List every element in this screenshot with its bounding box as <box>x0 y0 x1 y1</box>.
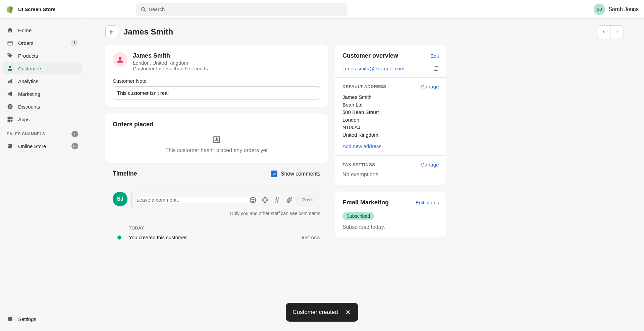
sidebar-item-home[interactable]: Home <box>3 24 82 36</box>
products-icon <box>7 52 13 59</box>
sidebar-item-online-store[interactable]: Online Store <box>3 140 82 152</box>
close-icon[interactable] <box>345 309 352 316</box>
page-title: James Smith <box>123 27 173 37</box>
svg-rect-12 <box>10 117 13 119</box>
topbar: UI Screen Store SJ Sarah Jonas <box>0 0 644 19</box>
clipboard-icon[interactable] <box>433 65 439 71</box>
customers-icon <box>7 65 13 72</box>
sidebar-item-settings[interactable]: Settings <box>3 313 82 325</box>
toast-message: Customer created <box>292 309 338 316</box>
timeline-dot-icon <box>117 236 121 240</box>
timeline-title: Timeline <box>113 170 137 177</box>
sidebar-item-label: Home <box>18 27 32 33</box>
sidebar-item-label: Customers <box>18 66 43 71</box>
edit-status-link[interactable]: Edit status <box>416 200 439 205</box>
user-avatar: SJ <box>594 4 605 15</box>
manage-address-link[interactable]: Manage <box>420 84 439 89</box>
search-input[interactable] <box>149 6 343 12</box>
search-bar[interactable] <box>136 3 347 16</box>
sidebar-item-marketing[interactable]: Marketing <box>3 88 82 100</box>
timeline-section: Timeline Show comments SJ <box>105 170 328 240</box>
note-input[interactable] <box>113 86 320 100</box>
analytics-icon <box>7 78 13 84</box>
pager <box>597 25 624 38</box>
orders-icon <box>7 40 13 46</box>
svg-rect-13 <box>8 120 10 122</box>
comment-box[interactable]: Post <box>131 192 320 208</box>
comment-input[interactable] <box>137 197 249 203</box>
mention-icon[interactable] <box>261 196 269 204</box>
svg-rect-7 <box>11 79 12 83</box>
orders-card: Orders placed This customer hasn't place… <box>105 114 328 163</box>
svg-point-17 <box>250 197 256 203</box>
svg-point-3 <box>8 54 9 55</box>
sidebar-item-analytics[interactable]: Analytics <box>3 75 82 87</box>
svg-point-19 <box>254 199 254 200</box>
main-content: James Smith James Smith London, United <box>85 19 644 331</box>
sidebar-item-label: Online Store <box>18 143 46 149</box>
tax-text: No exemptions <box>342 172 439 178</box>
sidebar-item-label: Analytics <box>18 78 38 84</box>
svg-point-14 <box>74 146 75 147</box>
apps-icon <box>7 116 13 123</box>
edit-overview-link[interactable]: Edit <box>430 53 439 59</box>
svg-point-16 <box>119 57 122 60</box>
address-block: James Smith Bean Ltd 508 Bean Street Lon… <box>342 93 439 139</box>
comment-hint: Only you and other staff can see comment… <box>131 211 320 216</box>
svg-rect-5 <box>8 81 9 83</box>
svg-line-1 <box>144 10 145 11</box>
manage-tax-link[interactable]: Manage <box>420 162 439 168</box>
view-store-button[interactable] <box>71 143 78 149</box>
post-button[interactable]: Post <box>296 194 318 206</box>
add-address-link[interactable]: Add new address <box>342 143 381 149</box>
back-button[interactable] <box>105 25 118 38</box>
svg-point-4 <box>9 66 11 68</box>
hashtag-icon[interactable] <box>273 196 281 204</box>
sidebar-item-products[interactable]: Products <box>3 50 82 62</box>
orders-title: Orders placed <box>105 114 328 133</box>
svg-rect-21 <box>435 66 438 70</box>
customer-email[interactable]: james.smith@example.com <box>342 66 404 71</box>
timeline-event: You created this customer. Just now <box>117 235 320 240</box>
customer-location: London, United Kingdom <box>133 60 208 66</box>
orders-empty-text: This customer hasn't placed any orders y… <box>105 147 328 153</box>
sidebar: Home Orders 1 Products Customers Analyti… <box>0 19 85 331</box>
show-comments-toggle[interactable]: Show comments <box>271 171 320 177</box>
sales-channels-header: SALES CHANNELS <box>3 126 82 140</box>
home-icon <box>7 27 13 34</box>
prev-button[interactable] <box>597 25 610 38</box>
overview-card: Customer overview Edit james.smith@examp… <box>335 45 446 185</box>
add-channel-button[interactable] <box>71 131 78 137</box>
user-menu[interactable]: SJ Sarah Jonas <box>594 4 639 15</box>
sidebar-item-label: Discounts <box>18 104 40 110</box>
svg-point-10 <box>10 107 11 108</box>
tax-label: TAX SETTINGS <box>342 162 375 167</box>
emoji-icon[interactable] <box>249 196 257 204</box>
attachment-icon[interactable] <box>285 196 293 204</box>
customer-duration: Customer for less than 5 seconds <box>133 66 208 71</box>
gear-icon <box>7 316 13 322</box>
svg-point-18 <box>252 199 252 200</box>
sidebar-item-label: Orders <box>18 40 34 46</box>
search-icon <box>140 6 146 12</box>
svg-point-20 <box>264 199 266 201</box>
email-marketing-card: Email Marketing Edit status Subscribed S… <box>335 192 446 238</box>
sidebar-item-customers[interactable]: Customers <box>3 62 82 74</box>
email-marketing-title: Email Marketing <box>342 199 389 206</box>
store-icon <box>7 143 13 149</box>
sidebar-item-apps[interactable]: Apps <box>3 113 82 125</box>
sidebar-item-discounts[interactable]: Discounts <box>3 101 82 113</box>
user-name: Sarah Jonas <box>608 6 639 12</box>
customer-card: James Smith London, United Kingdom Custo… <box>105 45 328 107</box>
status-badge: Subscribed <box>342 212 374 220</box>
checkbox-checked-icon <box>271 171 277 177</box>
marketing-icon <box>7 90 13 97</box>
orders-badge: 1 <box>70 40 78 46</box>
store-name: UI Screen Store <box>18 6 56 12</box>
sidebar-item-label: Settings <box>18 316 36 322</box>
next-button[interactable] <box>610 25 624 38</box>
sidebar-item-label: Apps <box>18 117 30 122</box>
customer-avatar <box>113 52 127 67</box>
toast: Customer created <box>286 303 358 322</box>
sidebar-item-orders[interactable]: Orders 1 <box>3 37 82 49</box>
